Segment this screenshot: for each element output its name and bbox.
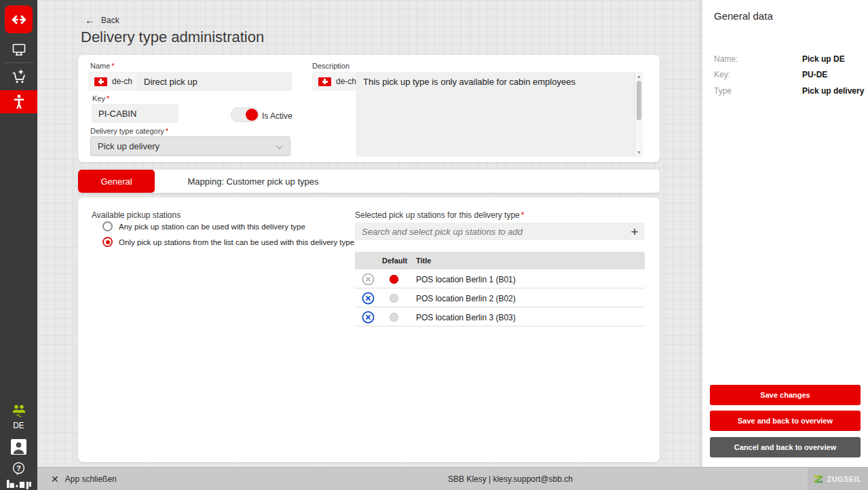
scroll-down-icon[interactable]: ▼ [635, 149, 643, 155]
selected-stations-table: Default Title POS location Berlin 1 (B01… [355, 252, 645, 326]
app-sidebar: DE ? [0, 0, 37, 490]
avatar-icon [11, 439, 26, 455]
radio-selected-icon[interactable] [102, 237, 113, 247]
add-station-icon[interactable]: + [624, 225, 645, 238]
panel-field-type: Type Pick up delivery [714, 86, 861, 97]
panel-field-key: Key: PU-DE [714, 70, 861, 81]
remove-station-icon-disabled [362, 273, 375, 286]
column-default: Default [382, 257, 407, 265]
general-tab-panel: Available pickup stations Any pick up st… [78, 197, 660, 462]
is-active-label: Is Active [262, 111, 293, 121]
remove-station-icon[interactable] [362, 292, 375, 305]
name-language-badge: de-ch [88, 72, 138, 91]
app-identity-text: SBB Klesy | klesy.support@sbb.ch [415, 468, 605, 490]
default-radio[interactable] [390, 313, 398, 322]
available-stations-label: Available pickup stations [92, 210, 181, 220]
delivery-type-form: Name* de-ch Key* Is Active Delivery type… [78, 55, 660, 162]
description-textarea[interactable]: This pick up type is only available for … [356, 72, 643, 157]
back-button[interactable]: ← Back [85, 15, 119, 25]
scrollbar-thumb[interactable] [637, 81, 641, 120]
is-active-toggle[interactable] [231, 107, 259, 122]
swiss-flag-icon [94, 77, 107, 86]
monitor-icon [11, 41, 27, 58]
accessibility-person-icon [11, 93, 27, 111]
bop-logo [0, 474, 37, 490]
sidebar-item-users[interactable] [0, 400, 37, 421]
sbb-double-arrow-icon [10, 14, 29, 26]
zugseil-brand: ZUGSEIL [808, 468, 868, 490]
zugseil-wordmark: ZUGSEIL [827, 475, 861, 483]
back-arrow-icon: ← [85, 15, 95, 25]
table-row: POS location Berlin 1 (B01) [355, 269, 645, 288]
cancel-and-back-button[interactable]: Cancel and back to overview [710, 437, 861, 457]
scrollbar[interactable]: ▲ ▼ [635, 73, 642, 156]
swiss-flag-icon [318, 77, 331, 86]
selected-stations-label: Selected pick up stations for this deliv… [355, 210, 524, 220]
remove-station-icon[interactable] [362, 311, 375, 324]
name-label: Name* [90, 62, 115, 70]
column-title: Title [416, 257, 431, 265]
station-title: POS location Berlin 1 (B01) [416, 275, 516, 284]
default-radio-selected[interactable] [390, 275, 398, 284]
search-placeholder: Search and select pick up stations to ad… [355, 227, 624, 237]
cart-plus-icon [10, 68, 28, 86]
table-header: Default Title [355, 252, 645, 269]
radio-icon[interactable] [102, 221, 113, 231]
station-title: POS location Berlin 2 (B02) [416, 294, 516, 303]
table-row: POS location Berlin 3 (B03) [355, 307, 645, 326]
station-title: POS location Berlin 3 (B03) [416, 313, 516, 322]
save-and-back-button[interactable]: Save and back to overview [710, 411, 861, 431]
panel-title: General data [714, 10, 773, 22]
key-label: Key* [92, 94, 109, 102]
main-content-area: ← Back Delivery type administration Name… [37, 0, 702, 467]
radio-only-list-stations[interactable]: Only pick up stations from the list can … [102, 237, 354, 247]
svg-text:?: ? [16, 464, 20, 472]
category-select[interactable]: Pick up delivery [90, 136, 290, 156]
toggle-knob [246, 109, 258, 121]
close-icon: ✕ [51, 474, 59, 485]
radio-any-station[interactable]: Any pick up station can be used with thi… [102, 221, 305, 231]
station-search-input[interactable]: Search and select pick up stations to ad… [355, 223, 645, 240]
sidebar-item-cart[interactable] [0, 67, 37, 87]
panel-field-name: Name: Pick up DE [714, 54, 861, 65]
description-language-badge: de-ch [312, 72, 362, 91]
sidebar-item-monitor[interactable] [0, 39, 37, 60]
description-label: Description [312, 62, 350, 70]
sidebar-item-delivery-admin-active[interactable] [0, 90, 37, 113]
name-input[interactable] [137, 72, 292, 91]
tab-general[interactable]: General [78, 170, 155, 193]
back-label: Back [101, 16, 119, 25]
zugseil-logo-icon [814, 474, 823, 484]
tab-mapping-customer-pickup-types[interactable]: Mapping: Customer pick up types [155, 170, 352, 193]
category-label: Delivery type category* [90, 127, 168, 135]
save-changes-button[interactable]: Save changes [710, 385, 861, 405]
key-input[interactable] [92, 104, 178, 123]
language-indicator[interactable]: DE [0, 421, 37, 430]
blocks-logo-icon [7, 479, 31, 489]
close-app-button[interactable]: ✕ App schließen [51, 468, 117, 490]
sidebar-item-profile[interactable] [0, 436, 37, 457]
chevron-down-icon [277, 143, 283, 149]
default-radio[interactable] [390, 294, 398, 303]
sbb-logo[interactable] [5, 5, 33, 33]
page-title: Delivery type administration [81, 29, 264, 46]
scroll-up-icon[interactable]: ▲ [635, 73, 643, 79]
sidebar-divider [4, 62, 33, 63]
table-row: POS location Berlin 2 (B02) [355, 288, 645, 307]
tab-bar: General Mapping: Customer pick up types [78, 170, 660, 193]
general-data-panel: General data Name: Pick up DE Key: PU-DE… [702, 0, 868, 467]
footer-bar: ✕ App schließen SBB Klesy | klesy.suppor… [37, 467, 868, 490]
people-swap-icon [11, 402, 27, 419]
